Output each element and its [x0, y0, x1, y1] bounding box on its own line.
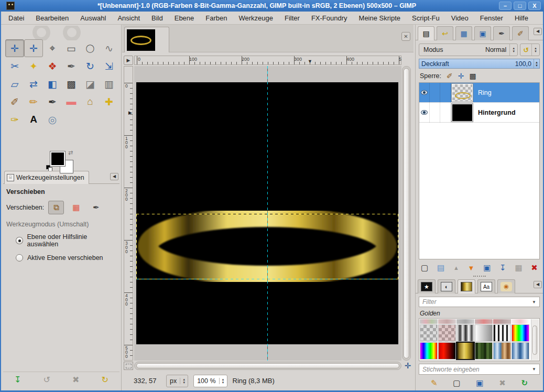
layer-mode-select[interactable]: Modus Normal ▲▼ [419, 43, 518, 56]
move-path-button[interactable]: ✒ [88, 201, 104, 214]
vertical-scrollbar-thumb[interactable] [404, 68, 409, 358]
lock-pixels-icon[interactable]: ✐ [447, 72, 453, 80]
radio-move-active[interactable]: Aktive Ebene verschieben [16, 254, 116, 262]
tab-images[interactable]: ▣ [474, 26, 491, 40]
alignment-tool[interactable]: ⌖ [43, 39, 62, 57]
lower-layer-icon[interactable]: ▼ [468, 264, 475, 272]
menu-meine-skripte[interactable]: Meine Skripte [359, 14, 400, 22]
gradient-tags-box[interactable]: Stichworte eingeben ▼ [419, 364, 540, 375]
gradient-swatch[interactable] [438, 342, 456, 360]
tool-options-tab[interactable]: ⌸ Werkzeugeinstellungen [4, 171, 89, 184]
gradients-collapse-button[interactable]: ◀ [534, 281, 542, 288]
layer-row-hintergrund[interactable]: Hintergrund [419, 103, 539, 123]
ink-pen-tool[interactable]: ✑ [5, 111, 24, 128]
image-tab[interactable] [124, 27, 169, 52]
restore-options-icon[interactable]: ↺ [43, 375, 50, 385]
menu-datei[interactable]: Datei [8, 14, 24, 22]
menu-werkzeuge[interactable]: Werkzeuge [239, 14, 274, 22]
tab-channels[interactable]: ▦ [455, 26, 472, 40]
tab-brushes[interactable]: ★ [418, 279, 436, 293]
tab-fonts[interactable]: Aa [477, 279, 495, 293]
gradient-swatch[interactable] [512, 319, 529, 324]
gradient-swatch[interactable] [420, 319, 438, 324]
menu-script-fu[interactable]: Script-Fu [412, 14, 440, 22]
horizontal-scrollbar[interactable] [134, 362, 401, 370]
rectangle-select-tool[interactable]: ▭ [62, 39, 81, 57]
tab-gradients[interactable] [458, 279, 475, 293]
menu-fx-foundry[interactable]: FX-Foundry [311, 14, 347, 22]
paths-tool[interactable]: ✒ [62, 57, 81, 75]
ellipse-select-tool[interactable]: ◯ [81, 39, 100, 57]
free-select-tool[interactable]: ∿ [100, 39, 118, 57]
delete-gradient-icon[interactable]: ✖ [499, 378, 506, 388]
horizontal-scrollbar-thumb[interactable] [136, 363, 399, 368]
gradient-scrollbar[interactable] [531, 319, 539, 360]
layer-thumbnail-ring[interactable] [452, 84, 473, 102]
menu-bearbeiten[interactable]: Bearbeiten [36, 14, 69, 22]
gradient-swatch[interactable] [475, 342, 493, 360]
menu-ebene[interactable]: Ebene [175, 14, 194, 22]
pencil-tool[interactable]: ✏ [24, 93, 43, 111]
delete-options-icon[interactable]: ✖ [72, 375, 79, 385]
gradient-filter-box[interactable]: Filter ▼ [419, 297, 540, 307]
gradient-swatch[interactable] [420, 324, 438, 342]
duplicate-layer-icon[interactable]: ▣ [483, 263, 491, 273]
layer-mask-icon[interactable]: ▦ [515, 263, 522, 273]
refresh-gradients-icon[interactable]: ↻ [521, 378, 528, 388]
lock-position-icon[interactable]: ✛ [458, 72, 464, 80]
navigation-button[interactable]: ✛ [402, 361, 413, 371]
tab-undo-history[interactable]: ↩ [437, 26, 453, 40]
tab-patterns[interactable]: ◐ [438, 279, 455, 293]
gradient-swatch[interactable] [438, 324, 456, 342]
paintbrush-tool[interactable]: ✐ [5, 93, 24, 111]
lock-alpha-icon[interactable]: ▩ [469, 72, 476, 80]
layer-thumbnail-hintergrund[interactable] [452, 104, 473, 122]
mode-switch-button[interactable]: ↺ ▲▼ [520, 43, 540, 56]
gradient-swatch[interactable] [493, 319, 511, 324]
vertical-scrollbar[interactable] [402, 66, 411, 361]
gradient-swatch[interactable] [493, 342, 511, 360]
save-options-icon[interactable]: ↧ [14, 375, 21, 385]
horizontal-ruler[interactable]: 0 100 200 300 400 5 ▼ [134, 56, 401, 65]
move-alt-tool[interactable]: ✛ [24, 39, 43, 57]
close-button[interactable]: X [528, 2, 541, 10]
tab-tool-preset[interactable]: ✐ [512, 26, 529, 40]
raise-layer-icon[interactable]: ▲ [453, 265, 459, 271]
gradient-swatch[interactable] [456, 324, 474, 342]
flip-tool[interactable]: ⇄ [24, 75, 43, 93]
ruler-corner-menu-button[interactable]: ▶ [124, 56, 133, 65]
reset-options-icon[interactable]: ↻ [102, 375, 108, 385]
menu-bild[interactable]: Bild [151, 14, 163, 22]
heal-tool[interactable]: ✚ [100, 93, 118, 111]
gradient-swatch[interactable] [456, 319, 474, 324]
menu-video[interactable]: Video [451, 14, 469, 22]
new-layer-icon[interactable]: ▢ [421, 263, 428, 273]
gradient-swatch[interactable] [438, 319, 456, 324]
duplicate-gradient-icon[interactable]: ▣ [476, 378, 483, 388]
menu-farben[interactable]: Farben [205, 14, 227, 22]
delete-layer-icon[interactable]: ✖ [531, 263, 538, 273]
vertical-guide[interactable] [267, 66, 268, 361]
select-by-color-tool[interactable]: ❖ [43, 57, 62, 75]
fuzzy-select-tool[interactable]: ✦ [24, 57, 43, 75]
move-selection-button[interactable]: ▦ [68, 201, 84, 214]
zoom-tool[interactable]: ◎ [43, 111, 62, 128]
new-gradient-icon[interactable]: ▢ [453, 378, 460, 388]
edit-gradient-icon[interactable]: ✎ [431, 378, 438, 388]
layer-row-ring[interactable]: Ring [419, 83, 539, 103]
gradient-swatch[interactable] [512, 324, 529, 342]
gradient-swatch[interactable] [493, 324, 511, 342]
gradient-swatch[interactable] [475, 324, 493, 342]
scale-tool[interactable]: ⇲ [100, 57, 118, 75]
clone-tool[interactable]: ⌂ [81, 93, 100, 111]
menu-hilfe[interactable]: Hilfe [515, 14, 528, 22]
gradient-swatch[interactable] [512, 342, 529, 360]
tags-dropdown-icon[interactable]: ▼ [532, 367, 539, 372]
new-group-icon[interactable]: ▤ [437, 263, 444, 273]
radio-pick-layer[interactable]: Ebene oder Hilfslinie auswählen [16, 233, 116, 248]
image-tab-close-button[interactable]: ✕ [401, 32, 410, 41]
rotate-tool[interactable]: ↻ [81, 57, 100, 75]
foreground-color-swatch[interactable] [50, 151, 65, 166]
opacity-slider[interactable]: Deckkraft 100,0 ▲▼ [419, 59, 540, 69]
move-tool[interactable]: ✛ [5, 39, 24, 57]
